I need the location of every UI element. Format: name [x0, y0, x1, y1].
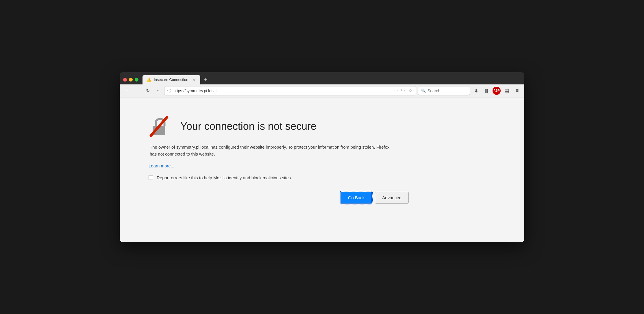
- adblock-plus-button[interactable]: ABP: [493, 87, 501, 95]
- tracking-protection-button[interactable]: 🛡: [400, 88, 406, 94]
- button-row: Go Back Advanced: [149, 192, 409, 204]
- maximize-window-button[interactable]: [135, 78, 138, 82]
- forward-icon: →: [135, 88, 140, 93]
- home-button[interactable]: ⌂: [154, 86, 162, 95]
- url-text: https://symmetry.pi.local: [173, 88, 391, 93]
- title-bar: ⚠️ Insecure Connection ✕ +: [120, 72, 524, 84]
- broken-lock-icon: [149, 115, 172, 138]
- insecure-connection-icon: ⓘ: [167, 88, 171, 93]
- search-input[interactable]: [428, 88, 462, 93]
- download-icon: ⬇: [474, 88, 478, 94]
- library-icon: |||: [485, 88, 488, 93]
- search-icon: 🔍: [421, 88, 426, 93]
- back-icon: ←: [125, 88, 129, 93]
- report-error-label: Report errors like this to help Mozilla …: [157, 175, 291, 180]
- address-bar[interactable]: ⓘ https://symmetry.pi.local ··· 🛡 ☆: [164, 86, 416, 95]
- report-error-checkbox[interactable]: [149, 175, 153, 180]
- active-tab[interactable]: ⚠️ Insecure Connection ✕: [143, 75, 200, 84]
- error-header: Your connection is not secure: [149, 115, 409, 138]
- library-button[interactable]: |||: [482, 86, 491, 95]
- error-description: The owner of symmetry.pi.local has confi…: [149, 144, 391, 158]
- search-bar[interactable]: 🔍: [418, 86, 470, 95]
- minimize-window-button[interactable]: [129, 78, 133, 82]
- address-actions: ··· 🛡 ☆: [394, 87, 413, 94]
- tab-warning-icon: ⚠️: [147, 77, 151, 82]
- advanced-button[interactable]: Advanced: [375, 192, 409, 204]
- error-title: Your connection is not secure: [180, 120, 317, 132]
- tab-title: Insecure Connection: [154, 77, 189, 82]
- error-container: Your connection is not secure The owner …: [149, 115, 409, 204]
- browser-window: ⚠️ Insecure Connection ✕ + ← → ↻ ⌂ ⓘ htt…: [120, 72, 524, 242]
- bookmark-button[interactable]: ☆: [408, 87, 413, 94]
- nav-bar: ← → ↻ ⌂ ⓘ https://symmetry.pi.local ··· …: [120, 84, 524, 97]
- reload-icon: ↻: [146, 88, 150, 93]
- reader-view-icon: ▤: [504, 88, 509, 94]
- reader-view-button[interactable]: ▤: [502, 86, 511, 95]
- downloads-button[interactable]: ⬇: [472, 86, 480, 95]
- content-area: Your connection is not secure The owner …: [120, 97, 524, 242]
- home-icon: ⌂: [157, 88, 160, 93]
- menu-icon: ≡: [516, 88, 519, 94]
- new-tab-button[interactable]: +: [201, 76, 210, 84]
- menu-button[interactable]: ≡: [513, 86, 521, 95]
- traffic-lights: [123, 78, 138, 84]
- go-back-button[interactable]: Go Back: [340, 192, 372, 204]
- close-window-button[interactable]: [123, 78, 127, 82]
- page-actions-button[interactable]: ···: [394, 88, 399, 94]
- reload-button[interactable]: ↻: [143, 86, 152, 95]
- back-button[interactable]: ←: [123, 86, 131, 95]
- learn-more-link[interactable]: Learn more...: [149, 163, 409, 168]
- tab-close-button[interactable]: ✕: [192, 77, 196, 82]
- report-error-row: Report errors like this to help Mozilla …: [149, 175, 409, 180]
- forward-button[interactable]: →: [133, 86, 142, 95]
